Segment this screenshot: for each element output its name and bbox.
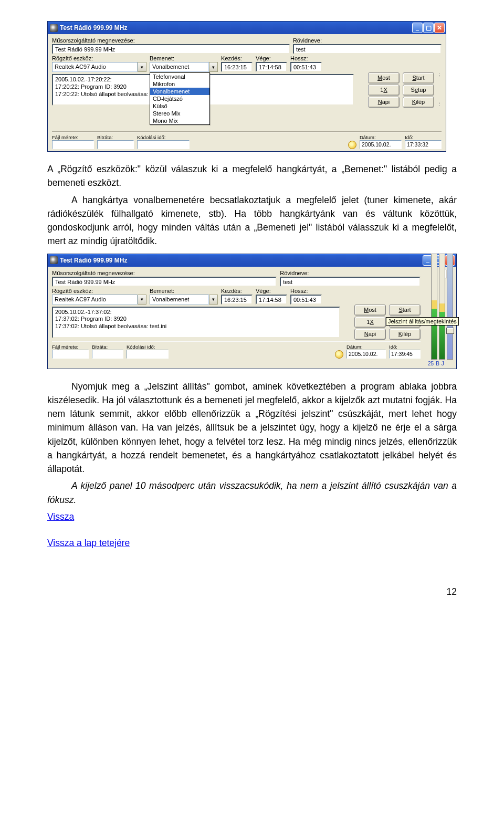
sun-icon: [335, 350, 343, 359]
label-input: Bemenet:: [150, 55, 218, 61]
status-label-date: Dátum:: [346, 344, 386, 350]
exit-button[interactable]: Kilép: [403, 97, 434, 108]
end-time-field[interactable]: 17:14:58: [256, 62, 287, 72]
status-date: 2005.10.02.: [346, 350, 386, 359]
maximize-button[interactable]: ▢: [423, 23, 434, 33]
meter-left: [431, 254, 437, 360]
dropdown-option[interactable]: Külső: [150, 102, 209, 110]
body-paragraph-3: Nyomjuk meg a „Jelszint állítás" gombot,…: [47, 380, 457, 476]
label-start: Kezdés:: [221, 55, 253, 61]
provider-field[interactable]: Test Rádió 999.99 MHz: [52, 277, 277, 287]
most-button[interactable]: Most: [368, 72, 400, 83]
titlebar[interactable]: Test Rádió 999.99 MHz _ ▢ ✕: [48, 22, 446, 34]
device-combo[interactable]: Realtek AC97 Audio ▾: [52, 295, 146, 305]
back-link[interactable]: Vissza: [47, 511, 74, 522]
status-label-date: Dátum:: [360, 134, 402, 140]
top-link[interactable]: Vissza a lap tetejére: [47, 538, 130, 548]
dots-icon: ⋮: [437, 74, 442, 77]
start-button[interactable]: Start: [389, 305, 421, 316]
dropdown-option[interactable]: CD-lejátszó: [150, 95, 209, 102]
setup-button[interactable]: Setup: [403, 85, 434, 96]
input-combo[interactable]: Vonalbemenet ▾: [150, 62, 218, 72]
sun-icon: [348, 141, 356, 149]
napi-button[interactable]: Napi: [368, 97, 400, 108]
status-date: 2005.10.02.: [360, 140, 402, 149]
label-start: Kezdés:: [221, 288, 253, 294]
status-label-enc: Kódolási idő:: [127, 344, 169, 350]
x1-button[interactable]: 1X: [354, 317, 386, 328]
meter-value: 25: [428, 361, 434, 366]
length-field[interactable]: 00:51:43: [290, 295, 322, 305]
close-button[interactable]: ✕: [434, 23, 445, 33]
label-provider: Műsorszolgáltató megnevezése:: [52, 37, 290, 44]
provider-field[interactable]: Test Rádió 999.99 MHz: [52, 44, 290, 54]
status-label-time: Idő:: [389, 344, 421, 350]
label-device: Rögzítő eszköz:: [52, 288, 146, 294]
status-bitrate: [97, 140, 134, 149]
most-button[interactable]: Most: [354, 305, 386, 316]
dropdown-option[interactable]: Mikrofon: [150, 80, 209, 88]
meter-label-b: B: [436, 361, 439, 366]
status-label-file: Fájl mérete:: [52, 134, 94, 140]
meter-right: [439, 254, 445, 360]
chevron-down-icon[interactable]: ▾: [209, 295, 218, 305]
status-label-bitrate: Bitráta:: [97, 134, 134, 140]
status-label-bitrate: Bitráta:: [92, 344, 123, 350]
input-combo[interactable]: Vonalbemenet ▾: [150, 295, 218, 305]
status-file: [52, 350, 89, 359]
length-field[interactable]: 00:51:43: [290, 62, 322, 72]
short-field[interactable]: test: [293, 44, 442, 54]
log-line: 2005.10.02.-17:37:02:: [55, 309, 337, 316]
x1-button[interactable]: 1X: [368, 85, 400, 96]
label-length: Hossz:: [290, 55, 322, 61]
start-button[interactable]: Start: [403, 72, 434, 83]
minimize-button[interactable]: _: [412, 23, 423, 33]
dropdown-option-selected[interactable]: Vonalbemenet: [150, 88, 209, 95]
window-title: Test Rádió 999.99 MHz: [60, 257, 423, 264]
status-file: [52, 140, 94, 149]
log-line: 17:37:02: Program ID: 3920: [55, 316, 337, 323]
dropdown-option[interactable]: Mono Mix: [150, 117, 209, 124]
label-short: Rövidneve:: [293, 37, 442, 44]
body-paragraph-2: A hangkártya vonalbemenetére becsatlakoz…: [47, 193, 457, 248]
titlebar[interactable]: Test Rádió 999.99 MHz _ ▢ ✕: [48, 254, 456, 267]
status-enc: [137, 140, 190, 149]
label-input: Bemenet:: [150, 288, 218, 294]
dropdown-option[interactable]: Stereo Mix: [150, 110, 209, 117]
status-label-file: Fájl mérete:: [52, 344, 89, 350]
chevron-down-icon[interactable]: ▾: [138, 62, 146, 72]
body-paragraph-4: A kijelző panel 10 másodperc után vissza…: [47, 479, 457, 507]
body-paragraph-1: A „Rögzítő eszközök:" közül válaszuk ki …: [47, 162, 457, 190]
meter-slider-track[interactable]: [447, 254, 453, 360]
label-provider: Műsorszolgáltató megnevezése:: [52, 270, 277, 276]
label-length: Hossz:: [290, 288, 322, 294]
device-combo[interactable]: Realtek AC97 Audio ▾: [52, 62, 146, 72]
start-time-field[interactable]: 16:23:15: [221, 62, 253, 72]
page-number: 12: [47, 586, 457, 598]
status-label-time: Idő:: [405, 134, 442, 140]
dots-icon: ⋮: [437, 102, 442, 106]
status-label-enc: Kódolási idő:: [137, 134, 190, 140]
napi-button[interactable]: Napi: [354, 329, 386, 340]
end-time-field[interactable]: 17:14:58: [256, 295, 287, 305]
status-time: 17:39:45: [389, 350, 421, 359]
app-icon: [50, 24, 58, 32]
tooltip: Jelszint állítás/megtekintés: [386, 317, 459, 326]
app-window-2: Test Rádió 999.99 MHz _ ▢ ✕ Műsorszolgál…: [47, 254, 457, 369]
dropdown-option[interactable]: Telefonvonal: [150, 73, 209, 80]
label-short: Rövidneve:: [280, 270, 421, 276]
meter-label-j: J: [442, 361, 444, 366]
start-time-field[interactable]: 16:23:15: [221, 295, 253, 305]
log-area: 2005.10.02.-17:37:02: 17:37:02: Program …: [52, 307, 340, 338]
log-line: 17:37:02: Utolsó állapot beolvasása: tes…: [55, 323, 337, 330]
input-dropdown[interactable]: Telefonvonal Mikrofon Vonalbemenet CD-le…: [150, 72, 210, 125]
label-end: Vége:: [256, 288, 287, 294]
chevron-down-icon[interactable]: ▾: [138, 295, 146, 305]
slider-thumb[interactable]: [446, 328, 454, 334]
status-enc: [127, 350, 169, 359]
chevron-down-icon[interactable]: ▾: [209, 62, 218, 72]
label-device: Rögzítő eszköz:: [52, 55, 146, 61]
short-field[interactable]: test: [280, 277, 421, 287]
exit-button[interactable]: Kilép: [389, 329, 421, 340]
app-window-1: Test Rádió 999.99 MHz _ ▢ ✕ Műsorszolgál…: [47, 21, 446, 152]
